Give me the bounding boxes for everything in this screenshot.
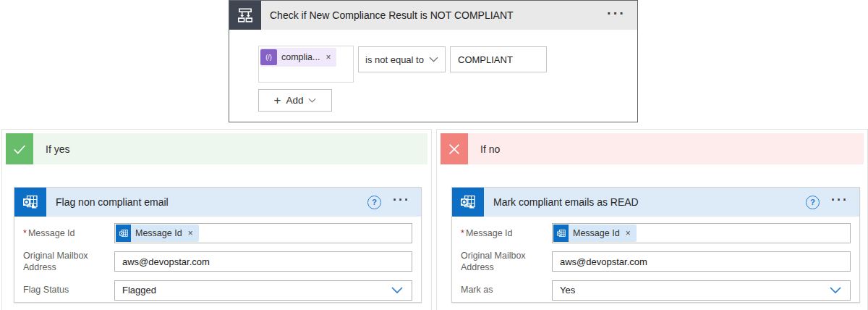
message-id-token-chip[interactable]: Message Id × xyxy=(116,225,199,242)
if-yes-header: If yes xyxy=(6,133,427,164)
outlook-icon xyxy=(553,225,569,242)
action-title: Flag non compliant email xyxy=(46,196,367,208)
mark-as-dropdown[interactable]: Yes xyxy=(552,280,851,301)
mark-as-value: Yes xyxy=(560,285,575,296)
help-icon[interactable]: ? xyxy=(806,196,820,209)
flow-designer-canvas: Check if New Compliance Result is NOT CO… xyxy=(0,0,868,310)
if-no-label: If no xyxy=(468,143,500,155)
chevron-down-icon xyxy=(308,98,316,103)
action-card-header[interactable]: Flag non compliant email ? ··· xyxy=(14,188,421,217)
remove-token-button[interactable]: × xyxy=(188,228,193,238)
message-id-field[interactable]: Message Id × xyxy=(114,223,412,243)
field-row-mark-as: Mark as Yes xyxy=(461,280,851,301)
message-id-label: *Message Id xyxy=(461,227,552,240)
remove-token-button[interactable]: × xyxy=(326,52,331,62)
condition-menu-button[interactable]: ··· xyxy=(601,6,637,25)
message-id-token-chip[interactable]: Message Id × xyxy=(553,225,637,242)
message-id-field[interactable]: Message Id × xyxy=(552,223,851,243)
outlook-icon xyxy=(116,225,131,242)
expression-icon: (/) xyxy=(260,49,277,65)
token-label: Message Id xyxy=(573,228,620,238)
if-yes-label: If yes xyxy=(33,143,69,155)
outlook-icon xyxy=(14,188,46,217)
original-mailbox-input[interactable] xyxy=(114,251,412,272)
condition-body: (/) complia... × is not equal to + Add xyxy=(229,30,637,112)
plus-icon: + xyxy=(274,94,281,106)
action-card-flag-email: Flag non compliant email ? ··· *Message … xyxy=(14,187,422,303)
action-card-body: *Message Id Message Id × Original Mail xyxy=(452,217,859,301)
help-icon[interactable]: ? xyxy=(367,196,381,209)
expression-token-label: complia... xyxy=(281,52,320,62)
flag-status-value: Flagged xyxy=(122,285,156,296)
required-asterisk: * xyxy=(23,228,27,238)
if-yes-branch: If yes Flag non compliant emai xyxy=(1,129,432,310)
chevron-down-icon xyxy=(429,56,438,62)
add-condition-button[interactable]: + Add xyxy=(258,89,332,112)
if-no-branch: If no Mark compliant emails as xyxy=(436,129,868,310)
condition-value-input[interactable] xyxy=(450,46,547,72)
condition-card-header[interactable]: Check if New Compliance Result is NOT CO… xyxy=(229,1,637,30)
action-card-mark-read: Mark compliant emails as READ ? ··· *Mes… xyxy=(451,187,860,303)
field-row-message-id: *Message Id Message Id × xyxy=(23,223,412,243)
field-row-flag-status: Flag Status Flagged xyxy=(23,280,412,301)
mailbox-label: Original Mailbox Address xyxy=(461,250,552,275)
expression-token-chip[interactable]: (/) complia... × xyxy=(260,48,336,67)
mark-as-label: Mark as xyxy=(461,284,552,296)
field-row-mailbox: Original Mailbox Address xyxy=(23,250,412,275)
condition-card: Check if New Compliance Result is NOT CO… xyxy=(229,0,638,122)
field-row-message-id: *Message Id Message Id × xyxy=(461,223,851,243)
flag-status-dropdown[interactable]: Flagged xyxy=(114,280,412,301)
condition-operator-dropdown[interactable]: is not equal to xyxy=(358,46,446,72)
add-button-label: Add xyxy=(286,95,303,106)
outlook-icon xyxy=(452,188,484,217)
action-menu-button[interactable]: ··· xyxy=(824,193,859,211)
action-card-header[interactable]: Mark compliant emails as READ ? ··· xyxy=(452,188,859,217)
message-id-label: *Message Id xyxy=(23,227,114,240)
x-icon xyxy=(441,133,468,164)
check-icon xyxy=(6,133,33,164)
field-row-mailbox: Original Mailbox Address xyxy=(461,250,851,275)
if-no-header: If no xyxy=(441,133,864,164)
condition-left-operand-field[interactable]: (/) complia... × xyxy=(258,46,354,83)
original-mailbox-input[interactable] xyxy=(552,251,851,272)
mailbox-label: Original Mailbox Address xyxy=(23,250,114,275)
action-menu-button[interactable]: ··· xyxy=(386,193,421,211)
action-card-body: *Message Id Message Id × Original Mail xyxy=(14,217,421,301)
required-asterisk: * xyxy=(461,228,464,238)
remove-token-button[interactable]: × xyxy=(626,228,631,238)
operator-value: is not equal to xyxy=(365,54,424,65)
chevron-down-icon xyxy=(391,287,403,293)
token-label: Message Id xyxy=(135,228,182,238)
condition-title: Check if New Compliance Result is NOT CO… xyxy=(261,9,601,21)
condition-branch-icon xyxy=(229,1,261,30)
chevron-down-icon xyxy=(830,287,841,293)
action-title: Mark compliant emails as READ xyxy=(484,196,806,208)
flag-status-label: Flag Status xyxy=(23,284,114,296)
